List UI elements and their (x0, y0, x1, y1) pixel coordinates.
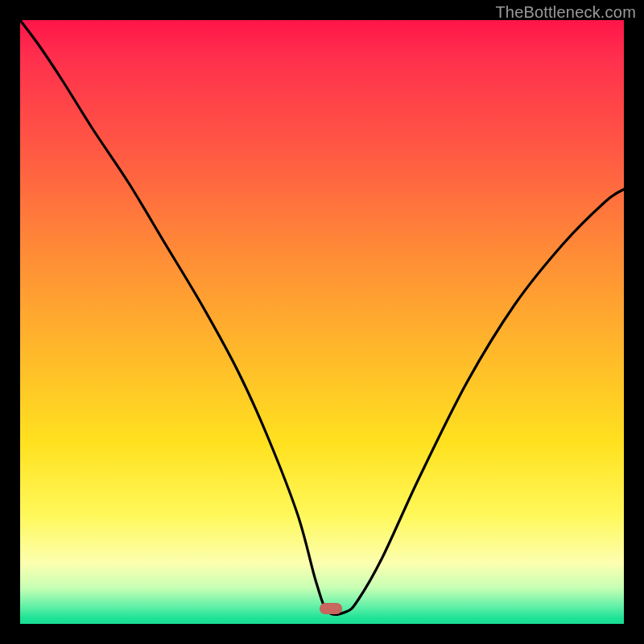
plot-area (20, 20, 624, 624)
attribution-text: TheBottleneck.com (495, 3, 636, 22)
chart-frame: TheBottleneck.com (0, 0, 644, 644)
bottleneck-curve-path (20, 20, 624, 614)
optimal-point-marker (320, 603, 342, 614)
bottleneck-curve-svg (20, 20, 624, 624)
